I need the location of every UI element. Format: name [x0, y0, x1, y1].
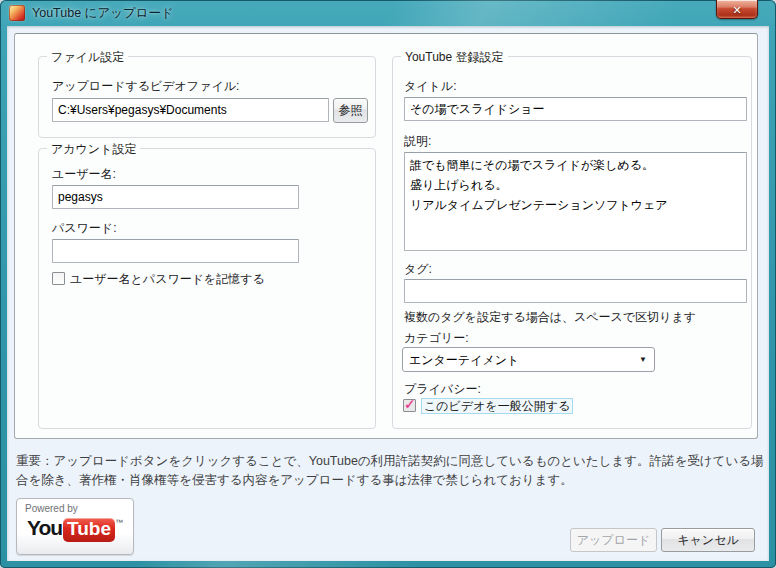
video-title-input[interactable] [404, 97, 747, 121]
youtube-logo-tm: ™ [115, 518, 123, 527]
password-label: パスワード: [52, 220, 116, 237]
username-label: ユーザー名: [52, 166, 116, 183]
app-icon[interactable] [9, 5, 25, 21]
browse-button[interactable]: 参照 [333, 98, 368, 123]
group-account-settings-legend: アカウント設定 [47, 141, 140, 158]
close-icon: ✕ [732, 4, 741, 16]
category-select-value: エンターテイメント [409, 353, 519, 367]
settings-panel: ファイル設定 アップロードするビデオファイル: 参照 アカウント設定 ユーザー名… [14, 33, 758, 439]
video-file-label: アップロードするビデオファイル: [52, 78, 239, 95]
username-input[interactable] [52, 185, 299, 209]
privacy-checkbox-label[interactable]: このビデオを一般公開する [421, 398, 573, 414]
chevron-down-icon: ▼ [639, 355, 647, 364]
group-file-settings: ファイル設定 [38, 56, 376, 138]
window-title: YouTube にアップロード [32, 5, 174, 22]
remember-checkbox-label[interactable]: ユーザー名とパスワードを記憶する [70, 272, 265, 286]
youtube-logo-you: You [27, 516, 62, 539]
remember-checkbox-row[interactable]: ユーザー名とパスワードを記憶する [52, 271, 265, 288]
dialog-client-area: ファイル設定 アップロードするビデオファイル: 参照 アカウント設定 ユーザー名… [7, 26, 769, 561]
youtube-logo: Powered by YouTube™ [16, 498, 134, 555]
legal-warning-text: 重要：アップロードボタンをクリックすることで、YouTubeの利用許諾契約に同意… [16, 452, 764, 490]
category-label: カテゴリー: [404, 330, 468, 347]
check-icon: ✓ [404, 397, 416, 411]
youtube-logo-tube: Tube [63, 518, 115, 542]
group-file-settings-legend: ファイル設定 [47, 49, 128, 66]
titlebar[interactable]: YouTube にアップロード ✕ [0, 0, 776, 26]
privacy-checkbox[interactable]: ✓ [403, 399, 416, 412]
remember-checkbox[interactable] [52, 272, 65, 285]
tags-input[interactable] [404, 279, 747, 303]
description-label: 説明: [404, 133, 431, 150]
password-input[interactable] [52, 239, 299, 263]
tags-label: タグ: [404, 261, 432, 278]
privacy-checkbox-row[interactable]: ✓このビデオを一般公開する [403, 398, 573, 415]
powered-by-label: Powered by [25, 503, 78, 514]
description-textarea[interactable]: 誰でも簡単にその場でスライドが楽しめる。 盛り上げられる。 リアルタイムプレゼン… [404, 152, 747, 251]
video-file-input[interactable] [52, 98, 329, 122]
tags-hint: 複数のタグを設定する場合は、スペースで区切ります [404, 309, 696, 326]
category-select[interactable]: エンターテイメント ▼ [402, 347, 655, 372]
upload-dialog-window: YouTube にアップロード ✕ ファイル設定 アップロードするビデオファイル… [0, 0, 776, 568]
video-title-label: タイトル: [404, 78, 456, 95]
cancel-button[interactable]: キャンセル [661, 528, 755, 552]
close-button[interactable]: ✕ [716, 0, 758, 19]
upload-button[interactable]: アップロード [570, 528, 657, 552]
group-youtube-settings-legend: YouTube 登録設定 [401, 49, 508, 66]
